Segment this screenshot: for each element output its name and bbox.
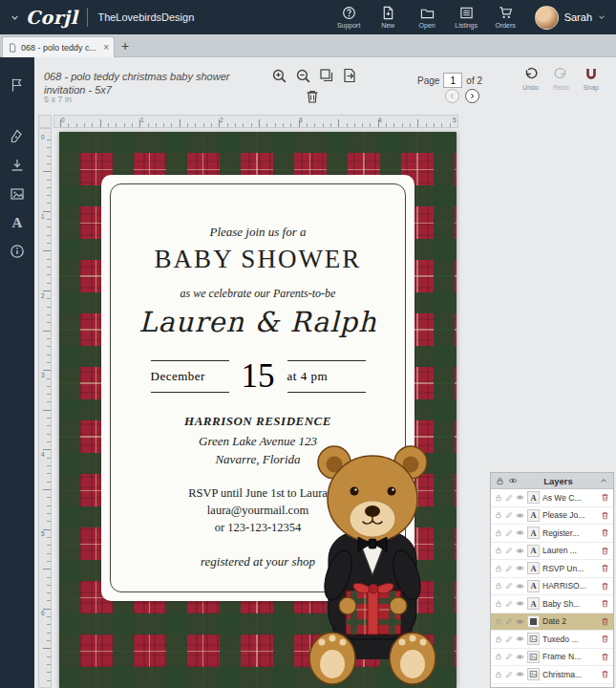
eye-icon[interactable]	[516, 528, 524, 537]
collapse-chevron-up-icon[interactable]	[599, 476, 608, 485]
invite-venue-text[interactable]: HARRISON RESIDENCE	[101, 414, 414, 429]
download-tool-button[interactable]	[0, 151, 34, 180]
trash-icon[interactable]	[601, 528, 609, 537]
snap-button[interactable]: Snap	[584, 67, 599, 91]
invite-names-text[interactable]: Lauren & Ralph	[101, 306, 414, 338]
eye-icon[interactable]	[516, 599, 524, 608]
eye-icon[interactable]	[516, 493, 524, 502]
layer-row-register[interactable]: A Register...	[491, 525, 613, 543]
pencil-icon[interactable]	[505, 547, 513, 554]
delete-page-icon[interactable]	[305, 89, 320, 104]
lock-icon[interactable]	[495, 494, 502, 502]
new-tab-button[interactable]: +	[121, 36, 129, 55]
layers-panel-header[interactable]: Layers	[491, 473, 613, 489]
user-avatar[interactable]	[535, 6, 559, 30]
trash-icon[interactable]	[601, 634, 609, 643]
lock-all-icon[interactable]	[496, 477, 504, 485]
invite-subtitle-text[interactable]: as we celebrate our Parents-to-be	[101, 287, 414, 301]
image-tool-button[interactable]	[0, 180, 34, 208]
trash-icon[interactable]	[601, 564, 609, 572]
tab-close-icon[interactable]: ×	[103, 42, 109, 53]
layer-row-harrison[interactable]: A HARRISO...	[491, 578, 613, 596]
pencil-icon[interactable]	[505, 617, 513, 625]
eye-icon[interactable]	[516, 564, 524, 572]
nav-new[interactable]: New	[369, 6, 408, 29]
user-menu-chevron-icon[interactable]	[597, 12, 606, 22]
nav-listings[interactable]: Listings	[447, 6, 486, 29]
redo-button[interactable]: Redo	[553, 67, 569, 91]
trash-icon[interactable]	[601, 599, 609, 608]
nav-open[interactable]: Open	[408, 6, 447, 29]
eye-icon[interactable]	[516, 653, 524, 661]
eye-icon[interactable]	[516, 547, 524, 555]
layer-row-rsvp[interactable]: A RSVP Un...	[491, 560, 613, 578]
designs-tool-button[interactable]	[0, 71, 34, 99]
trash-icon[interactable]	[601, 582, 609, 591]
lock-icon[interactable]	[495, 600, 502, 608]
user-name[interactable]: Sarah	[564, 11, 592, 23]
invite-date-row[interactable]: December 15 at 4 pm	[101, 359, 414, 393]
pencil-icon[interactable]	[505, 582, 513, 590]
zoom-out-icon[interactable]	[295, 68, 311, 84]
text-tool-button[interactable]: A	[0, 208, 34, 237]
lock-icon[interactable]	[495, 617, 502, 625]
pencil-icon[interactable]	[505, 565, 513, 572]
trash-icon[interactable]	[601, 493, 609, 502]
eye-icon[interactable]	[516, 511, 524, 520]
trash-icon[interactable]	[601, 511, 609, 520]
trash-icon[interactable]	[601, 617, 609, 626]
pencil-icon[interactable]	[505, 529, 513, 537]
nav-orders[interactable]: Orders	[486, 6, 525, 29]
layer-row-lauren[interactable]: A Lauren ...	[491, 543, 613, 561]
lock-icon[interactable]	[495, 565, 502, 572]
invite-time-text[interactable]: at 4 pm	[287, 360, 366, 393]
lock-icon[interactable]	[495, 547, 502, 554]
trash-icon[interactable]	[601, 670, 609, 678]
export-page-icon[interactable]	[342, 68, 357, 83]
layer-row-frame[interactable]: Frame N...	[491, 649, 613, 667]
document-tab[interactable]: 068 - polo teddy c... ×	[2, 36, 115, 57]
layer-row-christmas[interactable]: Christma...	[491, 666, 613, 684]
show-all-eye-icon[interactable]	[508, 476, 518, 485]
prev-page-button[interactable]	[445, 89, 459, 103]
lock-icon[interactable]	[495, 511, 502, 519]
layer-row-baby-sh[interactable]: A Baby Sh...	[491, 595, 613, 613]
info-tool-button[interactable]	[0, 237, 34, 266]
pencil-icon[interactable]	[505, 600, 513, 608]
pencil-icon[interactable]	[505, 671, 513, 678]
page-number-input[interactable]	[443, 73, 462, 88]
eye-icon[interactable]	[516, 582, 524, 591]
lock-icon[interactable]	[495, 529, 502, 537]
zoom-in-icon[interactable]	[271, 68, 287, 84]
app-logo[interactable]: Corjl	[26, 7, 77, 28]
undo-button[interactable]: Undo	[522, 67, 539, 91]
duplicate-page-icon[interactable]	[319, 68, 334, 83]
trash-icon[interactable]	[601, 653, 609, 661]
app-menu-chevron-icon[interactable]	[10, 12, 20, 23]
draw-tool-button[interactable]	[0, 122, 34, 151]
eye-icon[interactable]	[516, 617, 524, 626]
teddy-bear-image[interactable]	[298, 428, 457, 688]
design-canvas-plaid-background[interactable]: Please join us for a BABY SHOWER as we c…	[59, 132, 457, 688]
layer-row-tuxedo[interactable]: Tuxedo ...	[491, 631, 613, 649]
lock-icon[interactable]	[495, 635, 502, 643]
invite-title-text[interactable]: BABY SHOWER	[101, 245, 414, 274]
layer-row-date-2-selected[interactable]: Date 2	[491, 613, 613, 632]
pencil-icon[interactable]	[505, 494, 513, 502]
layer-row-please-jo[interactable]: A Please Jo...	[491, 507, 613, 526]
eye-icon[interactable]	[516, 670, 524, 678]
invite-month-text[interactable]: December	[151, 360, 229, 393]
invite-intro-text[interactable]: Please join us for a	[101, 225, 414, 240]
trash-icon[interactable]	[601, 547, 609, 555]
pencil-icon[interactable]	[505, 635, 513, 643]
next-page-button[interactable]	[465, 89, 479, 103]
invite-day-text[interactable]: 15	[242, 359, 275, 393]
lock-icon[interactable]	[495, 671, 502, 678]
nav-support[interactable]: Support	[329, 6, 369, 29]
lock-icon[interactable]	[495, 582, 502, 590]
layer-row-as-we-c[interactable]: A As We C...	[491, 489, 613, 507]
store-name[interactable]: TheLovebirdsDesign	[97, 11, 194, 23]
pencil-icon[interactable]	[505, 511, 513, 519]
pencil-icon[interactable]	[505, 653, 513, 660]
eye-icon[interactable]	[516, 634, 524, 643]
